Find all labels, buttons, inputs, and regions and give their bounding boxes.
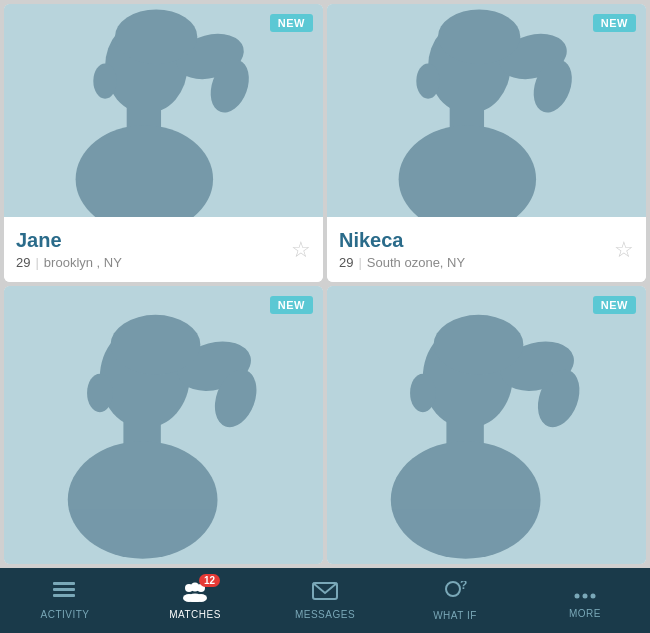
bottom-nav: ACTIVITY 12 MATCHES MESSAGES	[0, 568, 650, 633]
profile-image-3: NEW	[4, 286, 323, 564]
profile-image-jane: NEW	[4, 4, 323, 217]
nav-label-matches: MATCHES	[169, 609, 221, 620]
svg-point-39	[191, 582, 200, 591]
svg-rect-34	[53, 594, 75, 597]
profile-sub-nikeca: 29|South ozone, NY	[339, 255, 465, 270]
profile-details-nikeca: Nikeca 29|South ozone, NY	[339, 229, 465, 270]
svg-point-20	[87, 374, 113, 412]
messages-icon	[312, 582, 338, 606]
activity-icon	[53, 582, 77, 606]
profile-image-nikeca: NEW	[327, 4, 646, 217]
profiles-grid: NEW	[0, 0, 650, 568]
svg-point-28	[410, 374, 436, 412]
svg-rect-33	[53, 588, 75, 591]
svg-point-15	[438, 9, 520, 64]
nav-label-more: MORE	[569, 608, 601, 619]
nav-item-matches[interactable]: 12 MATCHES	[130, 568, 260, 633]
new-badge-nikeca: NEW	[593, 14, 636, 32]
profile-info-jane: Jane 29|brooklyn , NY ☆	[4, 217, 323, 282]
svg-point-27	[391, 441, 541, 559]
svg-point-44	[575, 593, 580, 598]
profile-name-nikeca: Nikeca	[339, 229, 465, 252]
profile-sub-jane: 29|brooklyn , NY	[16, 255, 122, 270]
matches-badge: 12	[199, 574, 220, 587]
profile-info-nikeca: Nikeca 29|South ozone, NY ☆	[327, 217, 646, 282]
nav-item-more[interactable]: MORE	[520, 568, 650, 633]
new-badge-jane: NEW	[270, 14, 313, 32]
svg-point-23	[111, 315, 201, 375]
svg-point-12	[416, 63, 440, 98]
svg-point-46	[591, 593, 596, 598]
whatif-icon: ?	[443, 581, 467, 607]
favorite-star-nikeca[interactable]: ☆	[614, 239, 634, 261]
new-badge-4: NEW	[593, 296, 636, 314]
new-badge-3: NEW	[270, 296, 313, 314]
profile-image-4: NEW	[327, 286, 646, 564]
profile-card-nikeca[interactable]: NEW Nikeca 29|South ozone, NY	[327, 4, 646, 282]
profile-details-jane: Jane 29|brooklyn , NY	[16, 229, 122, 270]
nav-label-messages: MESSAGES	[295, 609, 355, 620]
more-icon	[573, 583, 597, 605]
svg-text:?: ?	[460, 581, 467, 592]
favorite-star-jane[interactable]: ☆	[291, 239, 311, 261]
nav-label-activity: ACTIVITY	[40, 609, 89, 620]
nav-item-activity[interactable]: ACTIVITY	[0, 568, 130, 633]
svg-point-7	[115, 9, 197, 64]
svg-point-19	[68, 441, 218, 559]
nav-item-messages[interactable]: MESSAGES	[260, 568, 390, 633]
svg-point-31	[434, 315, 524, 375]
svg-point-42	[446, 582, 460, 596]
nav-label-whatif: WHAT IF	[433, 610, 477, 621]
svg-point-45	[583, 593, 588, 598]
profile-card-jane[interactable]: NEW	[4, 4, 323, 282]
nav-item-whatif[interactable]: ? WHAT IF	[390, 568, 520, 633]
profile-card-4[interactable]: NEW	[327, 286, 646, 564]
profile-name-jane: Jane	[16, 229, 122, 252]
profile-card-3[interactable]: NEW	[4, 286, 323, 564]
svg-rect-32	[53, 582, 75, 585]
svg-point-4	[93, 63, 117, 98]
